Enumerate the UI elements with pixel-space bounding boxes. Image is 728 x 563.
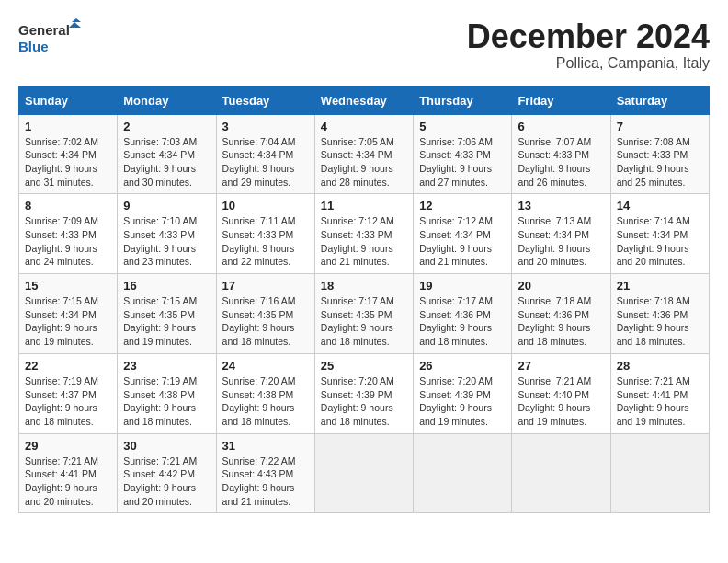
table-row: 20 Sunrise: 7:18 AM Sunset: 4:36 PM Dayl… (512, 274, 610, 354)
calendar-week-row: 22 Sunrise: 7:19 AM Sunset: 4:37 PM Dayl… (19, 353, 710, 433)
table-row (610, 433, 709, 513)
day-info: Sunrise: 7:21 AM Sunset: 4:41 PM Dayligh… (617, 374, 703, 429)
day-number: 9 (123, 199, 210, 213)
day-info: Sunrise: 7:19 AM Sunset: 4:37 PM Dayligh… (25, 374, 111, 429)
day-info: Sunrise: 7:09 AM Sunset: 4:33 PM Dayligh… (25, 214, 111, 269)
table-row: 19 Sunrise: 7:17 AM Sunset: 4:36 PM Dayl… (414, 274, 512, 354)
col-saturday: Saturday (610, 86, 709, 114)
day-number: 27 (518, 359, 604, 373)
table-row: 14 Sunrise: 7:14 AM Sunset: 4:34 PM Dayl… (610, 194, 709, 274)
header-row: Sunday Monday Tuesday Wednesday Thursday… (19, 86, 710, 114)
day-info: Sunrise: 7:21 AM Sunset: 4:40 PM Dayligh… (518, 374, 604, 429)
day-info: Sunrise: 7:05 AM Sunset: 4:34 PM Dayligh… (321, 135, 407, 190)
col-wednesday: Wednesday (314, 86, 413, 114)
col-friday: Friday (512, 86, 610, 114)
day-number: 24 (222, 359, 309, 373)
day-info: Sunrise: 7:20 AM Sunset: 4:38 PM Dayligh… (222, 374, 309, 429)
day-number: 7 (617, 120, 703, 133)
table-row: 17 Sunrise: 7:16 AM Sunset: 4:35 PM Dayl… (216, 274, 314, 354)
table-row: 18 Sunrise: 7:17 AM Sunset: 4:35 PM Dayl… (314, 274, 413, 354)
day-number: 4 (321, 120, 407, 133)
table-row: 4 Sunrise: 7:05 AM Sunset: 4:34 PM Dayli… (314, 114, 413, 194)
day-info: Sunrise: 7:06 AM Sunset: 4:33 PM Dayligh… (419, 135, 506, 190)
day-number: 3 (222, 120, 309, 133)
table-row: 5 Sunrise: 7:06 AM Sunset: 4:33 PM Dayli… (414, 114, 512, 194)
table-row: 24 Sunrise: 7:20 AM Sunset: 4:38 PM Dayl… (216, 353, 314, 433)
day-info: Sunrise: 7:03 AM Sunset: 4:34 PM Dayligh… (123, 135, 210, 190)
day-info: Sunrise: 7:15 AM Sunset: 4:34 PM Dayligh… (25, 294, 111, 349)
day-info: Sunrise: 7:12 AM Sunset: 4:33 PM Dayligh… (321, 214, 407, 269)
svg-text:General: General (18, 22, 70, 38)
day-number: 17 (222, 279, 309, 293)
day-number: 1 (25, 120, 111, 133)
day-number: 28 (617, 359, 703, 373)
day-number: 31 (222, 439, 309, 453)
table-row (512, 433, 610, 513)
day-info: Sunrise: 7:07 AM Sunset: 4:33 PM Dayligh… (518, 135, 604, 190)
calendar-week-row: 15 Sunrise: 7:15 AM Sunset: 4:34 PM Dayl… (19, 274, 710, 354)
col-thursday: Thursday (414, 86, 512, 114)
day-number: 10 (222, 199, 309, 213)
day-info: Sunrise: 7:17 AM Sunset: 4:35 PM Dayligh… (321, 294, 407, 349)
svg-text:Blue: Blue (18, 39, 49, 54)
table-row: 16 Sunrise: 7:15 AM Sunset: 4:35 PM Dayl… (118, 274, 216, 354)
col-tuesday: Tuesday (216, 86, 314, 114)
day-info: Sunrise: 7:19 AM Sunset: 4:38 PM Dayligh… (123, 374, 210, 429)
day-number: 6 (518, 120, 604, 133)
table-row: 9 Sunrise: 7:10 AM Sunset: 4:33 PM Dayli… (118, 194, 216, 274)
table-row (414, 433, 512, 513)
day-number: 14 (617, 199, 703, 213)
table-row: 26 Sunrise: 7:20 AM Sunset: 4:39 PM Dayl… (414, 353, 512, 433)
table-row: 13 Sunrise: 7:13 AM Sunset: 4:34 PM Dayl… (512, 194, 610, 274)
day-info: Sunrise: 7:16 AM Sunset: 4:35 PM Dayligh… (222, 294, 309, 349)
day-info: Sunrise: 7:22 AM Sunset: 4:43 PM Dayligh… (222, 454, 309, 509)
day-number: 2 (123, 120, 210, 133)
table-row: 12 Sunrise: 7:12 AM Sunset: 4:34 PM Dayl… (414, 194, 512, 274)
day-info: Sunrise: 7:15 AM Sunset: 4:35 PM Dayligh… (123, 294, 210, 349)
table-row: 2 Sunrise: 7:03 AM Sunset: 4:34 PM Dayli… (118, 114, 216, 194)
table-row: 27 Sunrise: 7:21 AM Sunset: 4:40 PM Dayl… (512, 353, 610, 433)
table-row: 30 Sunrise: 7:21 AM Sunset: 4:42 PM Dayl… (118, 433, 216, 513)
table-row: 28 Sunrise: 7:21 AM Sunset: 4:41 PM Dayl… (610, 353, 709, 433)
day-number: 26 (419, 359, 506, 373)
table-row (314, 433, 413, 513)
table-row: 6 Sunrise: 7:07 AM Sunset: 4:33 PM Dayli… (512, 114, 610, 194)
calendar-table: Sunday Monday Tuesday Wednesday Thursday… (18, 86, 710, 514)
logo: General Blue (18, 18, 83, 57)
col-monday: Monday (118, 86, 216, 114)
col-sunday: Sunday (19, 86, 118, 114)
table-row: 11 Sunrise: 7:12 AM Sunset: 4:33 PM Dayl… (314, 194, 413, 274)
day-info: Sunrise: 7:20 AM Sunset: 4:39 PM Dayligh… (419, 374, 506, 429)
calendar-week-row: 1 Sunrise: 7:02 AM Sunset: 4:34 PM Dayli… (19, 114, 710, 194)
day-number: 18 (321, 279, 407, 293)
day-info: Sunrise: 7:11 AM Sunset: 4:33 PM Dayligh… (222, 214, 309, 269)
day-number: 8 (25, 199, 111, 213)
table-row: 25 Sunrise: 7:20 AM Sunset: 4:39 PM Dayl… (314, 353, 413, 433)
day-info: Sunrise: 7:13 AM Sunset: 4:34 PM Dayligh… (518, 214, 604, 269)
location-subtitle: Pollica, Campania, Italy (467, 55, 710, 72)
table-row: 31 Sunrise: 7:22 AM Sunset: 4:43 PM Dayl… (216, 433, 314, 513)
calendar-week-row: 29 Sunrise: 7:21 AM Sunset: 4:41 PM Dayl… (19, 433, 710, 513)
day-number: 20 (518, 279, 604, 293)
day-info: Sunrise: 7:12 AM Sunset: 4:34 PM Dayligh… (419, 214, 506, 269)
day-info: Sunrise: 7:17 AM Sunset: 4:36 PM Dayligh… (419, 294, 506, 349)
day-number: 16 (123, 279, 210, 293)
day-number: 5 (419, 120, 506, 133)
day-info: Sunrise: 7:10 AM Sunset: 4:33 PM Dayligh… (123, 214, 210, 269)
table-row: 3 Sunrise: 7:04 AM Sunset: 4:34 PM Dayli… (216, 114, 314, 194)
day-number: 22 (25, 359, 111, 373)
day-info: Sunrise: 7:04 AM Sunset: 4:34 PM Dayligh… (222, 135, 309, 190)
day-number: 13 (518, 199, 604, 213)
day-number: 21 (617, 279, 703, 293)
table-row: 22 Sunrise: 7:19 AM Sunset: 4:37 PM Dayl… (19, 353, 118, 433)
day-info: Sunrise: 7:08 AM Sunset: 4:33 PM Dayligh… (617, 135, 703, 190)
day-info: Sunrise: 7:18 AM Sunset: 4:36 PM Dayligh… (518, 294, 604, 349)
day-info: Sunrise: 7:02 AM Sunset: 4:34 PM Dayligh… (25, 135, 111, 190)
day-number: 12 (419, 199, 506, 213)
month-title: December 2024 (467, 18, 710, 55)
day-number: 19 (419, 279, 506, 293)
day-number: 11 (321, 199, 407, 213)
day-number: 30 (123, 439, 210, 453)
day-info: Sunrise: 7:18 AM Sunset: 4:36 PM Dayligh… (617, 294, 703, 349)
table-row: 29 Sunrise: 7:21 AM Sunset: 4:41 PM Dayl… (19, 433, 118, 513)
